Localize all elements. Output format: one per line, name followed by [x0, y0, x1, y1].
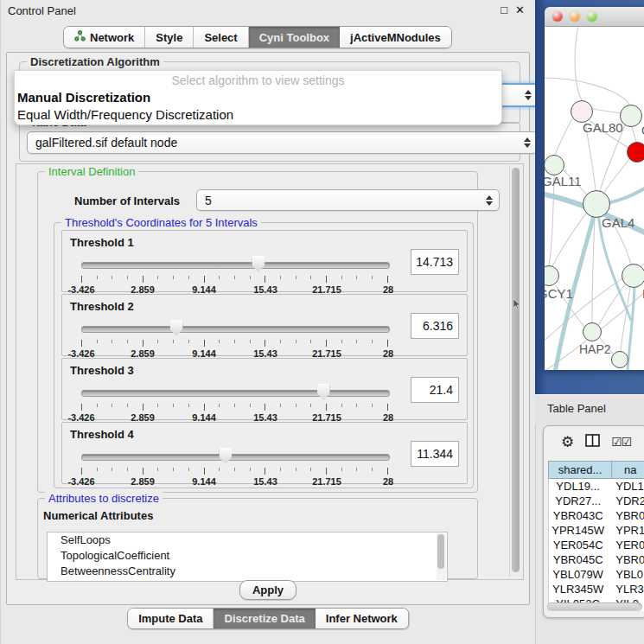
tick-marks	[81, 340, 388, 348]
network-view-window[interactable]: GAL80GACGAL11GAL4GCY1HHAP2	[545, 7, 644, 370]
settings-scrollbar[interactable]	[509, 165, 522, 577]
slider-thumb[interactable]	[317, 384, 330, 400]
network-node-node-bottom-cut[interactable]	[611, 351, 628, 368]
split-columns-icon[interactable]	[585, 434, 600, 450]
table-cell[interactable]: YLR345W	[549, 582, 607, 596]
table-cell[interactable]: YDR2	[607, 494, 644, 508]
tab-discretize-data[interactable]: Discretize Data	[214, 609, 316, 628]
interval-definition-group: Interval Definition Number of Intervals …	[37, 171, 478, 493]
tick-mark	[265, 404, 265, 411]
tab-cyni-toolbox[interactable]: Cyni Toolbox	[249, 27, 340, 48]
slider-thumb[interactable]	[252, 256, 265, 272]
tick-mark	[204, 340, 205, 347]
tab-network[interactable]: Network	[64, 27, 145, 48]
attribute-items: SelfLoopsTopologicalCoefficientBetweenne…	[48, 532, 447, 579]
table-row[interactable]: YER054CYER0	[549, 538, 644, 552]
network-node-GAL4[interactable]	[583, 190, 610, 218]
tick-mark	[341, 468, 342, 471]
table-cell[interactable]: YER054C	[549, 538, 607, 552]
threshold-4-slider[interactable]: -3.4262.8599.14415.4321.71528	[81, 447, 388, 481]
tick-mark	[250, 340, 251, 343]
table-horizontal-scrollbar[interactable]	[547, 603, 642, 611]
table-cell[interactable]: YLR3	[607, 582, 644, 596]
tick-mark	[310, 468, 311, 471]
table-cell[interactable]: YBR0	[607, 508, 644, 523]
table-row[interactable]: YPR145WYPR1	[549, 523, 644, 538]
network-node-node-red[interactable]	[627, 142, 644, 163]
table-cell[interactable]: YBL0	[607, 567, 644, 582]
tick-mark	[143, 340, 143, 347]
table-row[interactable]: YBR045CYBR0	[549, 552, 644, 567]
threshold-1-slider[interactable]: -3.4262.8599.14415.4321.71528	[81, 255, 388, 290]
slider-rail[interactable]	[81, 390, 390, 397]
scrollbar-thumb[interactable]	[437, 534, 444, 569]
threshold-value-field[interactable]: 11.344	[411, 441, 459, 467]
network-node-node-right-mid[interactable]	[622, 264, 644, 288]
table-cell[interactable]: YDL19...	[549, 479, 607, 494]
table-panel-header: Table Panel	[535, 394, 644, 424]
slider-rail[interactable]	[81, 262, 390, 269]
minimize-traffic-light[interactable]	[570, 11, 580, 22]
tab-select[interactable]: Select	[194, 27, 248, 48]
close-panel-icon[interactable]: ✕	[515, 3, 525, 17]
tick-mark	[97, 276, 98, 279]
table-row[interactable]: YBR043CYBR0	[549, 508, 644, 523]
slider-rail[interactable]	[81, 454, 390, 461]
table-cell[interactable]: YDR27...	[549, 494, 607, 508]
attribute-item[interactable]: BetweennessCentrality	[48, 564, 447, 579]
numerical-attributes-list[interactable]: SelfLoopsTopologicalCoefficientBetweenne…	[47, 532, 448, 582]
table-cell[interactable]: YBL079W	[549, 567, 607, 582]
table-row[interactable]: YLR345WYLR3	[549, 582, 644, 596]
close-traffic-light[interactable]	[552, 11, 563, 22]
attributes-list-scrollbar[interactable]	[437, 533, 446, 580]
dropdown-option-equal-width-frequency[interactable]: Equal Width/Frequency Discretization	[15, 106, 501, 124]
float-window-icon[interactable]: □	[501, 3, 507, 17]
slider-rail[interactable]	[81, 326, 390, 333]
scrollbar-thumb[interactable]	[548, 603, 638, 610]
slider-thumb[interactable]	[170, 320, 183, 336]
threshold-2-slider[interactable]: -3.4262.8599.14415.4321.71528	[81, 319, 388, 354]
tick-mark	[296, 276, 296, 279]
table-cell[interactable]: YBR0	[607, 552, 644, 567]
table-cell[interactable]: YDL1	[607, 479, 644, 494]
number-of-intervals-select[interactable]: 5	[196, 189, 500, 211]
number-of-intervals-label: Number of Intervals	[74, 194, 180, 207]
table-data-select[interactable]: galFiltered.sif default node	[27, 131, 538, 154]
column-header-shared-name[interactable]: shared...	[548, 461, 611, 479]
tick-mark	[356, 404, 357, 407]
tick-mark	[143, 276, 143, 283]
table-cell[interactable]: YPR145W	[549, 523, 607, 538]
tab-jactivemnodules[interactable]: jActiveMNodules	[340, 27, 451, 48]
tick-label: 21.715	[312, 476, 341, 487]
table-row[interactable]: YBL079WYBL0	[549, 567, 644, 582]
attribute-item[interactable]: SelfLoops	[48, 532, 447, 548]
threshold-value-field[interactable]: 21.4	[411, 377, 459, 403]
tab-style[interactable]: Style	[145, 27, 194, 48]
table-cell[interactable]: YER0	[607, 538, 644, 552]
threshold-3-slider[interactable]: -3.4262.8599.14415.4321.71528	[81, 383, 388, 418]
attribute-item[interactable]: TopologicalCoefficient	[48, 548, 447, 564]
threshold-label: Threshold 3	[70, 364, 134, 377]
tab-impute-data[interactable]: Impute Data	[128, 609, 214, 628]
network-canvas[interactable]: GAL80GACGAL11GAL4GCY1HHAP2	[545, 27, 644, 370]
scrollbar-thumb[interactable]	[512, 168, 520, 572]
column-header-name[interactable]: na	[611, 461, 644, 479]
gear-icon[interactable]: ⚙	[561, 435, 574, 450]
table-cell[interactable]: YBR043C	[549, 508, 607, 523]
checkbox-icons[interactable]: ☑☑	[611, 435, 631, 449]
dropdown-option-manual-discretization[interactable]: Manual Discretization	[15, 89, 501, 106]
network-node-GAL11[interactable]	[545, 155, 564, 175]
slider-thumb[interactable]	[219, 448, 232, 464]
network-node-node-top-right[interactable]	[620, 105, 642, 127]
table-row[interactable]: YDL19...YDL1	[549, 479, 644, 494]
tab-infer-network[interactable]: Infer Network	[316, 609, 408, 628]
table-cell[interactable]: YPR1	[607, 523, 644, 538]
threshold-value-field[interactable]: 14.713	[411, 249, 459, 275]
zoom-traffic-light[interactable]	[587, 11, 597, 22]
table-row[interactable]: YDR27...YDR2	[549, 494, 644, 508]
apply-button[interactable]: Apply	[239, 580, 296, 600]
network-node-HAP2[interactable]	[583, 322, 602, 341]
threshold-value-field[interactable]: 6.316	[411, 313, 459, 339]
table-cell[interactable]: YBR045C	[549, 552, 607, 567]
tick-mark	[234, 340, 235, 343]
